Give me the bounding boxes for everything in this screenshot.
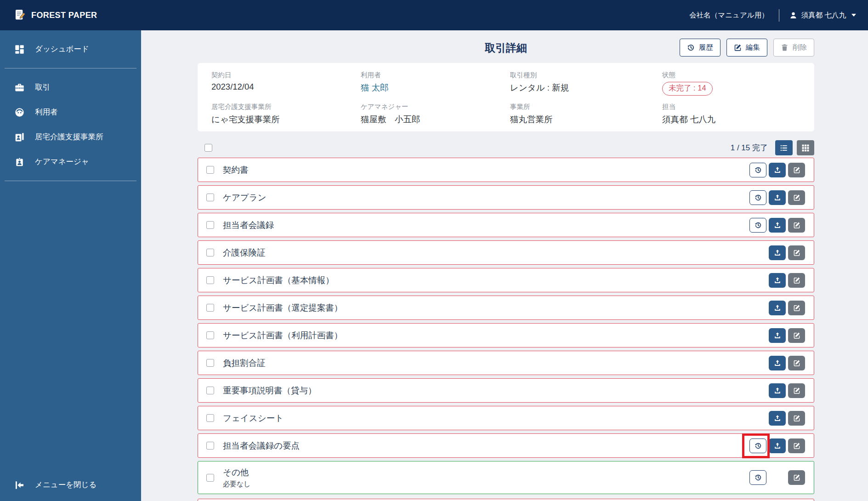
row-upload-button[interactable] <box>769 411 786 426</box>
row-edit-button[interactable] <box>788 328 805 343</box>
row-upload-button[interactable] <box>769 190 786 205</box>
field-value: 2023/12/04 <box>211 82 361 92</box>
row-checkbox[interactable] <box>206 414 214 422</box>
user-link[interactable]: 猫 太郎 <box>361 82 510 93</box>
company-name: 会社名（マニュアル用） <box>689 11 768 20</box>
row-checkbox[interactable] <box>206 442 214 450</box>
row-upload-button[interactable] <box>769 328 786 343</box>
chevron-down-icon <box>851 14 856 17</box>
table-row: 担当者会議録の要点 <box>198 433 814 458</box>
user-icon <box>789 11 797 19</box>
field-label: 契約日 <box>211 71 361 80</box>
row-upload-button[interactable] <box>769 245 786 260</box>
row-upload-button[interactable] <box>769 218 786 233</box>
document-name: 担当者会議録 <box>223 219 274 231</box>
table-row: その他 必要なし <box>198 461 814 494</box>
history-action-button[interactable]: 履歴 <box>680 39 720 57</box>
delete-action-button[interactable]: 削除 <box>773 39 814 57</box>
sidebar-item-dashboard[interactable]: ダッシュボード <box>0 37 141 62</box>
select-all-checkbox[interactable] <box>204 144 212 152</box>
sidebar-item-label: 取引 <box>35 82 50 92</box>
sidebar-item-users[interactable]: 利用者 <box>0 100 141 125</box>
row-history-button[interactable] <box>749 190 766 205</box>
row-checkbox[interactable] <box>206 276 214 284</box>
row-history-button[interactable] <box>749 470 766 485</box>
table-row: サービス計画書（選定提案書） <box>198 296 814 320</box>
brand-name: FOREST PAPER <box>31 11 97 20</box>
collapse-menu-icon <box>14 480 25 490</box>
document-name: 担当者会議録の要点 <box>223 440 300 451</box>
row-history-button[interactable] <box>749 218 766 233</box>
row-history-button[interactable] <box>749 163 766 177</box>
row-checkbox[interactable] <box>206 331 214 339</box>
table-row: サービス計画書（基本情報） <box>198 268 814 292</box>
close-menu-label: メニューを閉じる <box>35 480 96 490</box>
row-edit-button[interactable] <box>788 218 805 233</box>
transaction-detail-card: 契約日 2023/12/04 利用者 猫 太郎 取引種別 レンタル : 新規 状… <box>198 63 814 131</box>
grid-view-icon <box>801 144 810 152</box>
row-upload-button[interactable] <box>769 356 786 370</box>
row-edit-button[interactable] <box>788 470 805 485</box>
row-upload-button[interactable] <box>769 383 786 398</box>
sidebar-item-care-office[interactable]: 居宅介護支援事業所 <box>0 125 141 149</box>
row-upload-button[interactable] <box>769 273 786 288</box>
row-edit-button[interactable] <box>788 190 805 205</box>
app-logo-icon <box>15 9 26 21</box>
row-edit-button[interactable] <box>788 301 805 315</box>
document-name: 契約書 <box>223 164 249 176</box>
edit-action-button[interactable]: 編集 <box>726 39 767 57</box>
row-edit-button[interactable] <box>788 356 805 370</box>
row-edit-button[interactable] <box>788 245 805 260</box>
field-office: 事業所 猫丸営業所 <box>510 102 662 125</box>
row-edit-button[interactable] <box>788 273 805 288</box>
table-row: ケアプラン <box>198 185 814 210</box>
row-checkbox[interactable] <box>206 359 214 367</box>
document-name: ケアプラン <box>223 192 267 203</box>
sidebar-divider <box>5 68 136 68</box>
field-transaction-type: 取引種別 レンタル : 新規 <box>510 71 662 96</box>
row-checkbox[interactable] <box>206 194 214 201</box>
brand-logo[interactable]: FOREST PAPER <box>15 9 97 21</box>
table-row: 負担割合証 <box>198 351 814 375</box>
row-checkbox[interactable] <box>206 221 214 229</box>
row-upload-button[interactable] <box>769 301 786 315</box>
sidebar-item-label: 利用者 <box>35 107 58 117</box>
sidebar-item-care-manager[interactable]: ケアマネージャ <box>0 149 141 174</box>
table-row: フェイスシート <box>198 406 814 430</box>
row-edit-button[interactable] <box>788 163 805 177</box>
top-bar: FOREST PAPER 会社名（マニュアル用） 須真都 七八九 <box>0 0 868 30</box>
row-edit-button[interactable] <box>788 411 805 426</box>
user-face-icon <box>14 108 25 117</box>
edit-icon <box>734 44 742 51</box>
row-checkbox[interactable] <box>206 474 214 482</box>
sidebar-close-menu[interactable]: メニューを閉じる <box>0 473 141 497</box>
grid-view-button[interactable] <box>797 140 814 155</box>
row-edit-button[interactable] <box>788 438 805 453</box>
document-name: 負担割合証 <box>223 357 266 369</box>
status-badge: 未完了 : 14 <box>662 82 713 96</box>
field-label: 事業所 <box>510 102 662 111</box>
delete-action-label: 削除 <box>793 43 807 52</box>
list-view-icon <box>780 144 788 152</box>
user-menu[interactable]: 須真都 七八九 <box>789 11 856 20</box>
row-checkbox[interactable] <box>206 166 214 174</box>
list-view-button[interactable] <box>775 140 793 155</box>
field-care-manager: ケアマネジャー 猫屋敷 小五郎 <box>361 102 510 125</box>
field-label: 取引種別 <box>510 71 662 80</box>
briefcase-icon <box>14 83 25 92</box>
row-upload-button[interactable] <box>769 163 786 177</box>
field-label: 状態 <box>662 71 800 80</box>
dashboard-icon <box>14 45 25 54</box>
row-history-button[interactable] <box>749 438 766 453</box>
row-edit-button[interactable] <box>788 383 805 398</box>
row-upload-button[interactable] <box>769 438 786 453</box>
sidebar-item-transactions[interactable]: 取引 <box>0 75 141 100</box>
row-checkbox[interactable] <box>206 304 214 312</box>
row-checkbox[interactable] <box>206 249 214 256</box>
document-name: サービス計画書（利用計画書） <box>223 330 342 341</box>
edit-action-label: 編集 <box>746 43 760 52</box>
document-list: 契約書 ケアプラン <box>198 158 814 501</box>
document-name: サービス計画書（基本情報） <box>223 274 334 286</box>
field-value: 猫屋敷 小五郎 <box>361 114 510 125</box>
row-checkbox[interactable] <box>206 387 214 394</box>
